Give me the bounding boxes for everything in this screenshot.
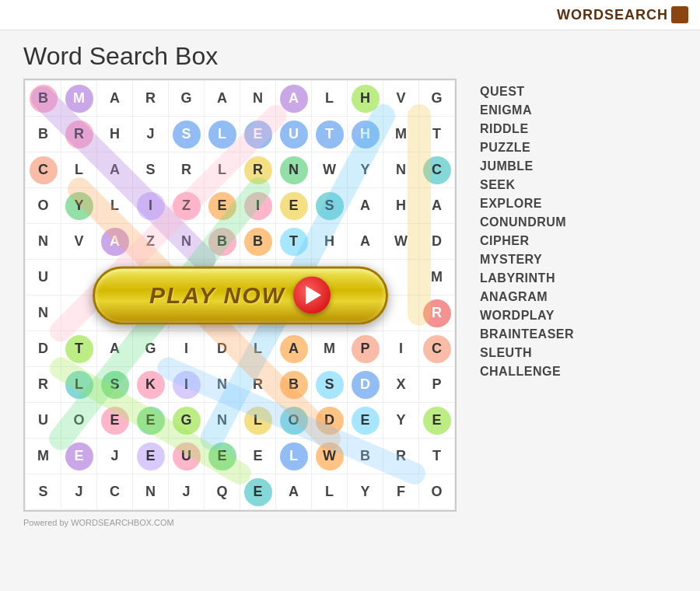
cell: E: [133, 439, 169, 474]
cell: I: [240, 188, 276, 224]
cell: A: [419, 188, 455, 224]
cell: N: [205, 367, 240, 403]
word-item-10: LABYRINTH: [480, 269, 574, 288]
cell: S: [312, 367, 348, 403]
word-item-4: JUMBLE: [480, 157, 574, 176]
word-item-2: RIDDLE: [480, 120, 574, 138]
play-now-button[interactable]: PLAY NOW: [93, 266, 388, 324]
cell: Y: [61, 188, 97, 224]
word-item-8: CIPHER: [480, 232, 574, 250]
cell: L: [276, 439, 312, 474]
cell: L: [61, 152, 97, 188]
play-now-label: PLAY NOW: [149, 282, 285, 309]
cell: L: [205, 117, 240, 152]
grid-row-2: C L A S R L R N W Y N C: [26, 152, 455, 188]
cell: C: [419, 331, 455, 367]
grid-row-4: N V A Z N B B T H A W D: [26, 224, 455, 260]
cell: O: [61, 403, 97, 439]
cell: N: [205, 403, 240, 439]
page-title: Word Search Box: [0, 30, 700, 79]
cell: Y: [383, 403, 419, 439]
cell: S: [133, 152, 169, 188]
cell: A: [97, 331, 133, 367]
word-item-0: QUEST: [480, 82, 574, 101]
cell: W: [312, 439, 348, 474]
word-item-14: SLEUTH: [480, 344, 574, 362]
cell: R: [133, 81, 169, 117]
word-item-13: BRAINTEASER: [480, 325, 574, 344]
cell: G: [169, 81, 205, 117]
cell: R: [419, 296, 455, 331]
grid-row-0: B M A R G A N A L H V G: [26, 81, 455, 117]
footer: Powered by WORDSEARCHBOX.COM: [0, 512, 700, 533]
cell: A: [97, 152, 133, 188]
cell: S: [169, 117, 205, 152]
grid-row-7: D T A G I D L A M P I C: [26, 331, 455, 367]
word-list: QUEST ENIGMA RIDDLE PUZZLE JUMBLE SEEK E…: [480, 79, 574, 512]
cell: D: [419, 224, 455, 260]
cell: [383, 260, 419, 296]
cell: E: [97, 403, 133, 439]
logo-text: WORDSEARCH: [557, 7, 668, 23]
cell: R: [169, 152, 205, 188]
cell: H: [97, 117, 133, 152]
cell: L: [97, 188, 133, 224]
cell: B: [348, 439, 383, 474]
cell: N: [26, 296, 61, 331]
cell: A: [276, 474, 312, 510]
grid-row-10: M E J E U E E L W B R T: [26, 439, 455, 474]
cell: T: [61, 331, 97, 367]
word-item-9: MYSTERY: [480, 250, 574, 269]
cell: I: [133, 188, 169, 224]
cell: B: [276, 367, 312, 403]
cell: E: [240, 439, 276, 474]
cell: K: [133, 367, 169, 403]
cell: O: [419, 474, 455, 510]
cell: E: [276, 188, 312, 224]
cell: A: [276, 331, 312, 367]
cell: T: [276, 224, 312, 260]
cell: O: [276, 403, 312, 439]
cell: B: [240, 224, 276, 260]
play-button-overlay: PLAY NOW: [93, 266, 388, 324]
cell: Z: [169, 188, 205, 224]
cell: T: [419, 439, 455, 474]
cell: M: [383, 117, 419, 152]
cell: A: [348, 224, 383, 260]
cell: B: [205, 224, 240, 260]
cell: A: [97, 81, 133, 117]
cell: H: [312, 224, 348, 260]
cell: E: [133, 403, 169, 439]
cell: L: [205, 152, 240, 188]
grid-row-1: B R H J S L E U T H M T: [26, 117, 455, 152]
cell: D: [312, 403, 348, 439]
cell: N: [240, 81, 276, 117]
grid-row-11: S J C N J Q E A L Y F O: [26, 474, 455, 510]
cell: I: [169, 367, 205, 403]
cell: W: [312, 152, 348, 188]
word-item-7: CONUNDRUM: [480, 213, 574, 232]
cell: E: [240, 474, 276, 510]
cell: M: [312, 331, 348, 367]
cell: Z: [133, 224, 169, 260]
logo-icon: [671, 6, 688, 23]
cell: A: [97, 224, 133, 260]
cell: C: [26, 152, 61, 188]
cell: E: [419, 403, 455, 439]
play-triangle-icon: [306, 286, 321, 305]
cell: E: [61, 439, 97, 474]
cell: D: [205, 331, 240, 367]
cell: Y: [348, 152, 383, 188]
cell: E: [205, 439, 240, 474]
cell: U: [26, 403, 61, 439]
cell: T: [419, 117, 455, 152]
header: WORDSEARCH: [0, 0, 700, 30]
cell: R: [240, 152, 276, 188]
cell: P: [348, 331, 383, 367]
word-item-12: WORDPLAY: [480, 306, 574, 325]
cell: O: [26, 188, 61, 224]
cell: Q: [205, 474, 240, 510]
cell: R: [240, 367, 276, 403]
cell: U: [26, 260, 61, 296]
word-item-1: ENIGMA: [480, 101, 574, 120]
